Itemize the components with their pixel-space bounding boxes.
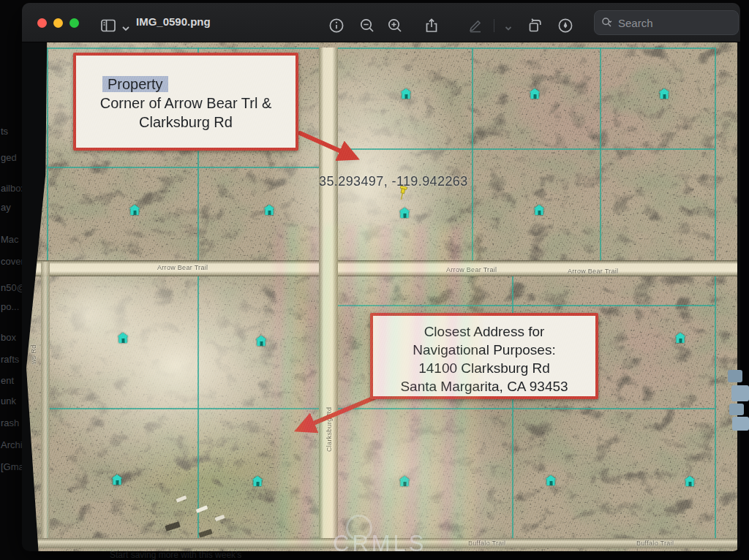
background-sidebar-item: ay xyxy=(1,202,11,213)
close-button[interactable] xyxy=(37,18,47,28)
sidebar-chevron-down-icon[interactable] xyxy=(117,20,135,38)
background-bottom-text: Start saving more with this week's xyxy=(110,550,241,560)
background-mail-sidebar: tsgedailboxayMaccoveren50@gpo...boxrafts… xyxy=(0,0,25,560)
callout-line: Corner of Arrow Bear Trl & xyxy=(76,94,296,113)
markup-pencil-icon[interactable] xyxy=(467,17,484,34)
search-input[interactable] xyxy=(618,17,720,29)
markup-chevron-down-icon[interactable] xyxy=(500,20,517,37)
search-icon xyxy=(601,16,614,29)
highlighted-text: Property xyxy=(102,76,168,92)
sidebar-toggle-icon[interactable] xyxy=(99,17,117,34)
preview-window: IMG_0590.png xyxy=(22,3,740,551)
background-sidebar-item: ts xyxy=(1,126,8,137)
background-sidebar-item: po... xyxy=(1,301,19,312)
desktop: tsgedailboxayMaccoveren50@gpo...boxrafts… xyxy=(0,0,749,560)
toolbar-divider xyxy=(494,19,494,32)
background-sidebar-item: ged xyxy=(1,152,17,163)
background-window-edge xyxy=(731,385,749,401)
map-image: Arrow Bear TrailArrow Bear TrailArrow Be… xyxy=(26,42,737,551)
minimize-button[interactable] xyxy=(53,18,63,28)
annotate-icon[interactable] xyxy=(557,17,574,34)
property-callout: Property Corner of Arrow Bear Trl & Clar… xyxy=(73,53,298,151)
callout-line: Property xyxy=(76,75,296,94)
callout-arrow xyxy=(300,133,353,156)
title-bar: IMG_0590.png xyxy=(22,3,740,42)
window-title: IMG_0590.png xyxy=(136,15,211,28)
background-sidebar-item: ent xyxy=(1,375,14,386)
zoom-in-icon[interactable] xyxy=(386,17,404,34)
background-sidebar-item: rash xyxy=(1,417,19,428)
info-icon[interactable] xyxy=(328,17,345,34)
search-field[interactable] xyxy=(594,10,739,35)
background-sidebar-item: Mac xyxy=(1,234,19,245)
background-window-edge xyxy=(728,370,742,382)
callout-line: Clarksburg Rd xyxy=(76,113,296,132)
share-icon[interactable] xyxy=(423,17,440,34)
background-sidebar-item: unk xyxy=(1,396,16,406)
background-window-edge xyxy=(729,404,744,415)
rotate-icon[interactable] xyxy=(527,17,544,34)
background-sidebar-item: rafts xyxy=(1,354,19,365)
background-window-edge xyxy=(732,417,749,431)
zoom-button[interactable] xyxy=(69,18,79,28)
zoom-out-icon[interactable] xyxy=(358,17,376,34)
background-sidebar-item: box xyxy=(1,332,16,343)
rainbow-moire xyxy=(275,225,480,547)
